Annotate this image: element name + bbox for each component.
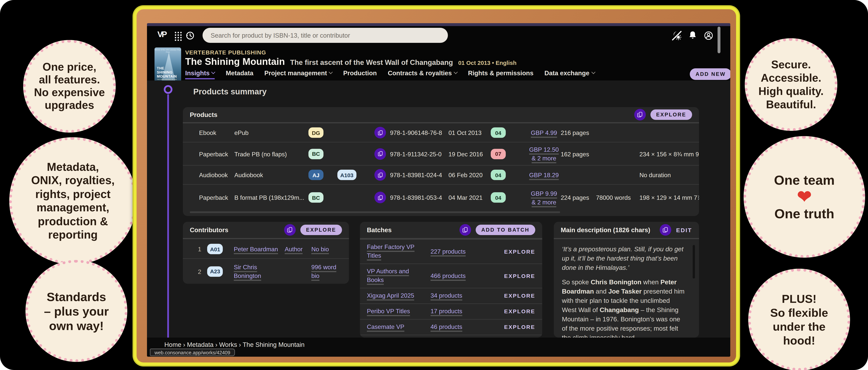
product-price-link[interactable]: GBP 18.29 bbox=[529, 171, 559, 178]
account-icon[interactable] bbox=[703, 30, 714, 41]
product-price-more-link[interactable]: & 2 more bbox=[532, 154, 556, 162]
product-price-more-link[interactable]: & 2 more bbox=[532, 198, 556, 205]
history-icon[interactable] bbox=[185, 30, 195, 40]
status-badge: 04 bbox=[491, 192, 506, 203]
timeline-marker bbox=[164, 85, 173, 94]
vp-logo[interactable]: VP bbox=[157, 30, 166, 39]
page-title: Products summary bbox=[193, 87, 267, 96]
batches-panel: Batches ADD TO BATCH Faber Factory VP Ti… bbox=[360, 222, 542, 338]
badge-line: Standards bbox=[47, 289, 106, 304]
edit-description-button[interactable]: EDIT bbox=[676, 227, 692, 233]
batch-count-link[interactable]: 17 products bbox=[431, 308, 462, 314]
batch-name-link[interactable]: Casemate VP bbox=[367, 323, 404, 330]
timeline-line bbox=[167, 94, 169, 339]
cover-title: THE SHINING MOUNTAIN bbox=[157, 66, 177, 78]
batch-count-link[interactable]: 227 products bbox=[431, 248, 466, 255]
contributor-number: 2 bbox=[198, 259, 206, 284]
copy-isbn-icon[interactable] bbox=[374, 192, 386, 203]
description-text: ‘It’s a preposterous plan. Still, if you… bbox=[554, 239, 699, 338]
badge-line: PLUS! bbox=[782, 292, 816, 306]
chevron-down-icon bbox=[454, 70, 458, 74]
product-isbn: 978-1-83981-024-4 bbox=[390, 166, 448, 184]
tab-data-exchange[interactable]: Data exchange bbox=[545, 69, 595, 77]
batch-row: Peribo VP Titles 17 products EXPLORE bbox=[360, 304, 542, 319]
copy-icon[interactable] bbox=[660, 224, 672, 236]
theme-toggle-icon[interactable] bbox=[671, 30, 682, 41]
copy-icon[interactable] bbox=[634, 109, 646, 120]
product-price-link[interactable]: GBP 9.99 bbox=[531, 190, 557, 197]
apps-grid-icon[interactable] bbox=[174, 31, 182, 41]
copy-isbn-icon[interactable] bbox=[374, 148, 386, 160]
contributor-bio-link[interactable]: No bio bbox=[311, 246, 329, 253]
batches-panel-header: Batches ADD TO BATCH bbox=[360, 222, 542, 239]
product-type: Ebook bbox=[199, 123, 232, 142]
batch-explore-button[interactable]: EXPLORE bbox=[504, 324, 535, 330]
badge-line: So flexible bbox=[770, 306, 828, 320]
contributor-name-link[interactable]: Sir Chris Bonington bbox=[234, 263, 282, 280]
tab-project-management[interactable]: Project management bbox=[265, 69, 332, 77]
tab-contracts-royalties[interactable]: Contracts & royalties bbox=[388, 69, 457, 77]
batch-name-link[interactable]: Faber Factory VP Titles bbox=[367, 243, 414, 259]
badge-line: One truth bbox=[774, 205, 834, 222]
product-row: Paperback Trade PB (no flaps) BC 978-1-9… bbox=[183, 142, 699, 166]
product-type: Paperback bbox=[199, 185, 232, 210]
contributor-role-link[interactable]: Author bbox=[285, 246, 303, 253]
products-horizontal-scrollbar[interactable] bbox=[190, 211, 560, 213]
tab-production[interactable]: Production bbox=[343, 69, 377, 77]
work-title-row: The Shining Mountain The first ascent of… bbox=[185, 56, 689, 67]
search-input[interactable] bbox=[203, 28, 448, 43]
badge-line: Secure. bbox=[771, 58, 811, 71]
tab-metadata[interactable]: Metadata bbox=[226, 69, 253, 77]
batch-row: PGW Data Archive 77 products EXPLORE bbox=[360, 335, 542, 338]
heart-icon: ❤ bbox=[797, 188, 811, 205]
tab-insights[interactable]: Insights bbox=[185, 69, 215, 79]
chevron-down-icon bbox=[211, 70, 215, 74]
marketing-badge-features: Metadata, ONIX, royalties, rights, proje… bbox=[9, 137, 136, 265]
book-cover-thumbnail[interactable]: Winner of the John Llewelyn Rhys Prize T… bbox=[155, 48, 181, 86]
batch-count-link[interactable]: 34 products bbox=[431, 292, 462, 299]
copy-isbn-icon[interactable] bbox=[374, 127, 386, 138]
batch-name-link[interactable]: Peribo VP Titles bbox=[367, 308, 410, 314]
badge-line: One price, bbox=[43, 61, 96, 74]
product-isbn: 978-1-906148-76-8 bbox=[390, 123, 448, 142]
contributor-row: 2 A23 Sir Chris Bonington 996 word bio bbox=[183, 259, 349, 284]
badge-line: under the bbox=[773, 320, 825, 334]
contributors-explore-button[interactable]: EXPLORE bbox=[300, 225, 342, 235]
batch-count-link[interactable]: 466 products bbox=[431, 272, 466, 279]
batch-count-link[interactable]: 46 products bbox=[431, 323, 462, 330]
description-scrollbar[interactable] bbox=[692, 245, 695, 279]
batch-explore-button[interactable]: EXPLORE bbox=[504, 292, 535, 299]
product-price-link[interactable]: GBP 4.99 bbox=[531, 129, 557, 136]
app-scrollbar[interactable] bbox=[717, 27, 720, 53]
add-new-button[interactable]: ADD NEW bbox=[690, 68, 730, 80]
copy-icon[interactable] bbox=[284, 224, 296, 236]
batch-name-link[interactable]: Xigxag April 2025 bbox=[367, 292, 414, 299]
status-badge: 04 bbox=[491, 127, 506, 138]
copy-isbn-icon[interactable] bbox=[374, 169, 386, 181]
description-quote: ‘It’s a preposterous plan. Still, if you… bbox=[562, 244, 685, 272]
tab-rights-permissions[interactable]: Rights & permissions bbox=[468, 69, 533, 77]
products-panel: Products EXPLORE Ebook ePub DG 978-1-906… bbox=[183, 107, 699, 216]
marketing-badge-quality: Secure. Accessible. High quality. Beauti… bbox=[745, 38, 837, 131]
work-nav-tabs: Insights Metadata Project management Pro… bbox=[185, 69, 595, 77]
copy-icon[interactable] bbox=[459, 224, 471, 236]
work-title: The Shining Mountain bbox=[185, 56, 285, 67]
contributor-bio-link[interactable]: 996 word bio bbox=[311, 263, 343, 280]
products-explore-button[interactable]: EXPLORE bbox=[650, 109, 692, 120]
batch-explore-button[interactable]: EXPLORE bbox=[504, 273, 535, 279]
statusbar-url: web.consonance.app/works/42409 bbox=[150, 348, 235, 356]
format-code-badge: BC bbox=[308, 192, 323, 203]
batch-explore-button[interactable]: EXPLORE bbox=[504, 248, 535, 255]
work-subtitle: The first ascent of the West Wall of Cha… bbox=[290, 58, 453, 66]
batch-explore-button[interactable]: EXPLORE bbox=[504, 308, 535, 314]
contributors-panel-header: Contributors EXPLORE bbox=[183, 222, 349, 239]
cover-banner-text: Winner of the John Llewelyn Rhys Prize bbox=[155, 49, 181, 53]
contributor-name-link[interactable]: Peter Boardman bbox=[234, 246, 278, 253]
add-to-batch-button[interactable]: ADD TO BATCH bbox=[475, 225, 535, 235]
breadcrumb[interactable]: Home › Metadata › Works › The Shining Mo… bbox=[164, 341, 305, 348]
badge-line: – plus your bbox=[44, 304, 109, 318]
badge-line: management, bbox=[36, 201, 109, 215]
product-price-link[interactable]: GBP 12.50 bbox=[529, 146, 559, 153]
batch-name-link[interactable]: VP Authors and Books bbox=[367, 267, 409, 283]
notifications-bell-icon[interactable] bbox=[687, 30, 699, 41]
